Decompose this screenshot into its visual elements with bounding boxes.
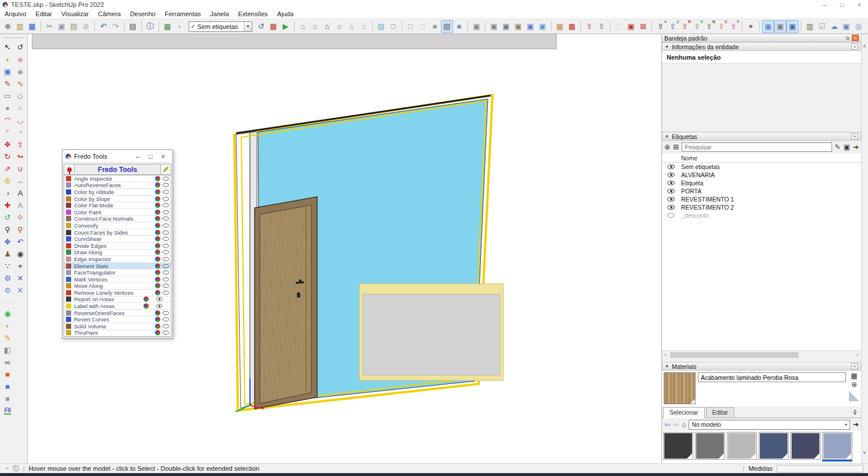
color-wheel-icon[interactable] — [155, 176, 160, 181]
color-wheel-icon[interactable] — [155, 290, 160, 295]
material-swatch[interactable] — [727, 432, 757, 460]
shaded-textures-style-icon[interactable]: ▤ — [441, 20, 453, 33]
tag-row[interactable]: Sem etiquetas — [662, 163, 861, 171]
create-material-icon[interactable]: ⊕ — [851, 381, 857, 388]
tab-selecionar[interactable]: Selecionar — [663, 407, 705, 418]
menu-item[interactable]: Janela — [205, 10, 233, 17]
fredo-tool-row[interactable]: Edge Inspector — [64, 256, 171, 263]
entity-info-close-button[interactable]: × — [851, 43, 858, 50]
tape-measure-icon[interactable]: ✇ — [1, 175, 14, 187]
visibility-toggle-icon[interactable] — [163, 244, 169, 248]
extension-x-icon-2[interactable]: ✕ — [14, 284, 27, 296]
extension-gear-icon-2[interactable]: ⚙ — [1, 284, 14, 296]
text-icon[interactable]: A — [14, 187, 27, 199]
trim-icon[interactable]: ▣ — [524, 20, 536, 33]
fredo-tool-row[interactable]: Revert Curves — [64, 316, 171, 323]
visibility-eye-icon[interactable] — [667, 197, 675, 202]
sketch-extension-icon[interactable]: ✎ — [1, 332, 14, 344]
zoom-window-icon[interactable]: ⚲ — [14, 224, 27, 236]
outer-shell-icon[interactable]: ▣ — [470, 20, 483, 33]
previous-view-icon[interactable]: ↶ — [14, 236, 27, 248]
layer-arrow-icon-2[interactable]: ⇧ J — [667, 20, 679, 33]
move-icon[interactable]: ✥ — [1, 138, 14, 151]
color-wheel-icon[interactable] — [155, 330, 160, 335]
visibility-toggle-icon[interactable] — [156, 297, 163, 301]
fredo-tool-row[interactable]: Color by Slope — [64, 196, 171, 203]
fredo-tool-row[interactable]: Label with Areas — [64, 303, 171, 310]
view-front-icon[interactable]: ⌂ — [321, 20, 333, 33]
fredo-tool-row[interactable]: FaceTriangulator — [64, 269, 171, 276]
tag-tool-icon[interactable]: ◈ — [14, 65, 27, 78]
binoculars-extension-icon[interactable]: ∞ — [1, 356, 14, 368]
home-icon[interactable]: ⌂ — [682, 420, 686, 429]
menu-item[interactable]: Ajuda — [273, 10, 298, 17]
fredo-tool-row[interactable]: Construct Face Normals — [64, 216, 171, 223]
eyedropper-icon[interactable]: ✑ — [851, 409, 859, 415]
color-wheel-icon[interactable] — [155, 283, 160, 288]
axes-icon[interactable]: ✚ — [1, 199, 14, 211]
toggle-terrain-icon[interactable]: ◗ — [174, 20, 186, 33]
visibility-eye-icon[interactable] — [667, 164, 675, 169]
fredo-tool-row[interactable]: Color Flat Mode — [64, 202, 171, 209]
pie-icon[interactable]: ◔ — [14, 126, 27, 138]
collection-dropdown[interactable]: No modelo ▾ — [689, 420, 850, 430]
visibility-toggle-icon[interactable] — [163, 331, 169, 335]
print-icon[interactable]: ▤ — [127, 20, 139, 33]
fredo-minimize-button[interactable]: – — [131, 153, 144, 160]
arc-icon[interactable]: ◠ — [1, 114, 14, 126]
offset-icon[interactable]: ∪ — [14, 163, 27, 175]
material-name-field[interactable] — [698, 372, 846, 382]
visibility-toggle-icon[interactable] — [163, 277, 169, 281]
split-icon[interactable]: ▣ — [536, 20, 549, 33]
visibility-eye-icon[interactable] — [667, 213, 675, 218]
add-tag-folder-icon[interactable]: ⊞ — [673, 143, 679, 151]
visibility-toggle-icon[interactable] — [163, 257, 169, 261]
lasso-icon[interactable]: ↺ — [14, 41, 27, 53]
scroll-up-icon[interactable]: ∧ — [863, 43, 866, 49]
scrollbar-thumb[interactable] — [670, 352, 799, 358]
collapse-icon[interactable]: ▼ — [665, 364, 669, 368]
color-wheel-icon[interactable] — [155, 216, 160, 221]
position-camera-icon[interactable]: ♟ — [1, 248, 14, 260]
layer-arrow-icon-3[interactable]: ⇧ R — [679, 20, 691, 33]
report-table-icon[interactable]: ▦ — [267, 20, 279, 33]
fredo-tool-row[interactable]: AutoReverseFaces — [64, 182, 171, 189]
restore-button[interactable]: □ — [833, 1, 851, 8]
tags-header[interactable]: ▼ Etiquetas × — [662, 132, 861, 141]
scroll-down-icon[interactable]: ∨ — [863, 450, 866, 455]
material-swatch[interactable] — [663, 432, 693, 460]
materials-close-button[interactable]: × — [851, 363, 858, 369]
3d-text-icon[interactable]: A — [14, 199, 27, 211]
connect-claim-icon[interactable]: ☑ — [816, 20, 828, 33]
scroll-right-icon[interactable]: › — [854, 352, 861, 358]
hidden-line-style-icon[interactable]: □ — [417, 20, 429, 33]
connect-open-icon[interactable]: ▥ — [804, 20, 816, 33]
fredo-tool-row[interactable]: Remove Lonely Vertices — [64, 290, 171, 296]
material-details-icon[interactable]: ➔ — [853, 420, 859, 429]
fredo-tool-row[interactable]: Solid Volume — [64, 323, 171, 330]
tray-scrollbar[interactable]: ∧ ∨ — [861, 34, 868, 463]
redo-icon[interactable]: ↷ — [109, 20, 122, 33]
door-leaf[interactable] — [260, 205, 311, 404]
shaded-style-icon[interactable]: ■ — [429, 20, 441, 33]
tag-row[interactable]: REVESTIMENTO 1 — [662, 195, 861, 203]
fredo-tool-row[interactable]: Color Paint — [64, 209, 171, 216]
color-wheel-icon[interactable] — [155, 263, 160, 269]
color-wheel-icon[interactable] — [155, 223, 160, 228]
fredo-tool-row[interactable]: Count Faces by Sides — [64, 229, 171, 236]
axes-compass-icon[interactable]: ⌖ — [745, 20, 757, 33]
menu-item[interactable]: Visualizar — [57, 10, 94, 17]
color-wheel-icon[interactable] — [144, 303, 149, 309]
rotated-rectangle-icon[interactable]: ◇ — [14, 90, 27, 102]
eraser-icon[interactable]: ◆ — [14, 53, 27, 65]
color-wheel-icon[interactable] — [155, 210, 160, 215]
visibility-toggle-icon[interactable] — [163, 291, 169, 295]
secondary-pane-icon[interactable]: ▦ — [851, 372, 857, 379]
tag-row[interactable]: REVESTIMENTO 2 — [662, 203, 861, 211]
two-point-arc-icon[interactable]: ◡ — [14, 114, 27, 126]
back-edges-style-icon[interactable]: □ — [387, 20, 399, 33]
freehand-icon[interactable]: ∿ — [14, 78, 27, 90]
follow-me-icon[interactable]: ↬ — [14, 151, 27, 163]
material-swatch[interactable] — [695, 432, 725, 460]
section-fill-icon[interactable]: ▣ — [786, 20, 799, 33]
